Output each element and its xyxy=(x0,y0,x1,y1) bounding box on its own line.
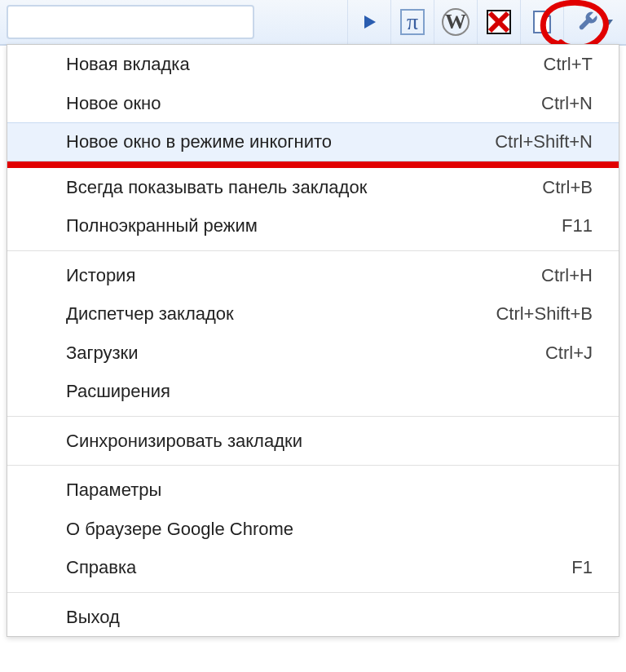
menu-item-label: Новое окно в режиме инкогнито xyxy=(66,130,482,153)
menu-item-label: Синхронизировать закладки xyxy=(66,430,593,453)
menu-item-shortcut: Ctrl+Shift+N xyxy=(495,130,593,153)
toolbar-blocked-button[interactable] xyxy=(477,0,520,44)
menu-item-label: Диспетчер закладок xyxy=(66,303,483,325)
toolbar-page-button[interactable] xyxy=(520,0,563,44)
toolbar-spacer xyxy=(254,0,347,44)
pi-icon: π xyxy=(400,9,425,35)
address-bar[interactable] xyxy=(7,5,254,39)
play-icon xyxy=(361,14,377,30)
menu-item-shortcut: Ctrl+T xyxy=(544,53,593,76)
toolbar-wrench-button[interactable] xyxy=(563,0,626,44)
wrench-icon xyxy=(577,10,602,34)
wrench-menu: Новая вкладкаCtrl+TНовое окноCtrl+NНовое… xyxy=(7,44,619,637)
menu-separator xyxy=(7,250,619,251)
menu-item-label: История xyxy=(66,264,528,287)
menu-item-label: Справка xyxy=(66,556,558,579)
annotation-underline xyxy=(7,161,619,168)
menu-item-shortcut: Ctrl+J xyxy=(545,342,593,365)
menu-item[interactable]: Всегда показывать панель закладокCtrl+B xyxy=(7,168,619,207)
menu-item-label: Загрузки xyxy=(66,342,532,365)
menu-item-shortcut: F11 xyxy=(562,214,593,237)
menu-item-shortcut: Ctrl+N xyxy=(541,92,593,115)
toolbar-play-button[interactable] xyxy=(347,0,390,44)
menu-item[interactable]: Выход xyxy=(7,598,619,637)
blocked-x-icon xyxy=(487,10,511,34)
toolbar-wikipedia-button[interactable]: W xyxy=(434,0,477,44)
menu-item[interactable]: Параметры xyxy=(7,471,619,510)
menu-item[interactable]: Новое окно в режиме инкогнитоCtrl+Shift+… xyxy=(7,122,619,161)
browser-toolbar: π W xyxy=(0,0,626,46)
menu-item[interactable]: Новое окноCtrl+N xyxy=(7,84,619,123)
toolbar-pi-button[interactable]: π xyxy=(390,0,434,44)
menu-item-label: О браузере Google Chrome xyxy=(66,518,593,541)
menu-separator xyxy=(7,465,619,466)
menu-item[interactable]: СправкаF1 xyxy=(7,548,619,587)
menu-item-label: Новая вкладка xyxy=(66,53,531,76)
menu-item[interactable]: Расширения xyxy=(7,372,619,411)
menu-item-shortcut: Ctrl+Shift+B xyxy=(496,303,593,325)
menu-item-shortcut: Ctrl+B xyxy=(542,176,593,199)
menu-item-shortcut: F1 xyxy=(571,556,593,579)
svg-marker-4 xyxy=(605,20,613,25)
menu-item[interactable]: ИсторияCtrl+H xyxy=(7,256,619,295)
wikipedia-icon: W xyxy=(442,8,470,36)
dropdown-caret-icon xyxy=(605,18,613,26)
menu-item[interactable]: Синхронизировать закладки xyxy=(7,422,619,461)
menu-item-shortcut: Ctrl+H xyxy=(541,264,593,287)
menu-item[interactable]: ЗагрузкиCtrl+J xyxy=(7,334,619,373)
svg-marker-0 xyxy=(364,15,376,29)
menu-item[interactable]: О браузере Google Chrome xyxy=(7,510,619,549)
menu-item-label: Расширения xyxy=(66,380,593,403)
menu-item-label: Новое окно xyxy=(66,92,528,115)
menu-item-label: Всегда показывать панель закладок xyxy=(66,176,529,199)
page-icon xyxy=(531,10,553,34)
menu-item-label: Выход xyxy=(66,606,593,629)
menu-separator xyxy=(7,592,619,593)
menu-item[interactable]: Новая вкладкаCtrl+T xyxy=(7,45,619,84)
menu-item-label: Полноэкранный режим xyxy=(66,214,549,237)
menu-item[interactable]: Полноэкранный режимF11 xyxy=(7,206,619,245)
menu-separator xyxy=(7,416,619,417)
menu-item-label: Параметры xyxy=(66,479,593,502)
menu-item[interactable]: Диспетчер закладокCtrl+Shift+B xyxy=(7,294,619,334)
